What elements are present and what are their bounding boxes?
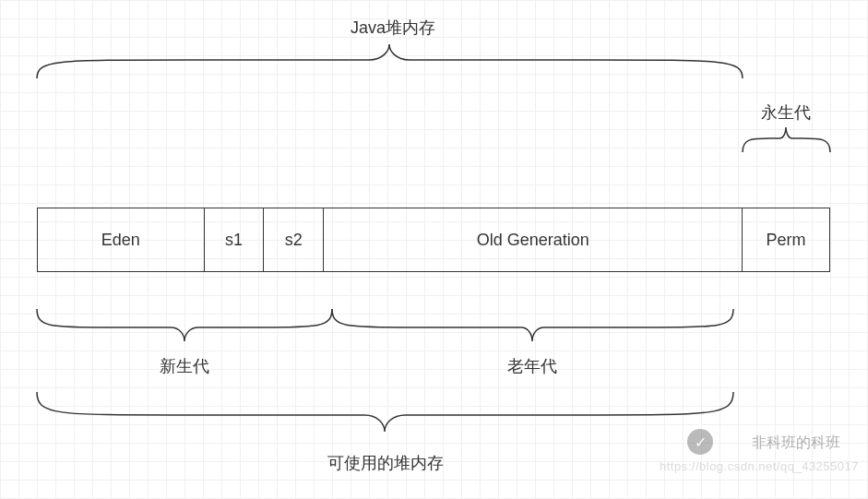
old-gen-label: 老年代: [507, 355, 557, 377]
s2-box: s2: [263, 208, 323, 271]
heap-row: Eden s1 s2 Old Generation Perm: [37, 208, 830, 272]
old-generation-box: Old Generation: [323, 208, 742, 271]
watermark-text: 非科班的科班: [752, 434, 840, 453]
perm-box: Perm: [742, 208, 829, 271]
watermark-url: https://blog.csdn.net/qq_43255017: [660, 459, 859, 473]
s1-box: s1: [204, 208, 264, 271]
usable-heap-label: 可使用的堆内存: [327, 452, 444, 474]
title-label: Java堆内存: [351, 17, 435, 39]
wechat-icon: ✓: [687, 429, 713, 455]
young-gen-label: 新生代: [160, 355, 209, 377]
eden-box: Eden: [38, 208, 204, 271]
permgen-label: 永生代: [761, 101, 811, 124]
